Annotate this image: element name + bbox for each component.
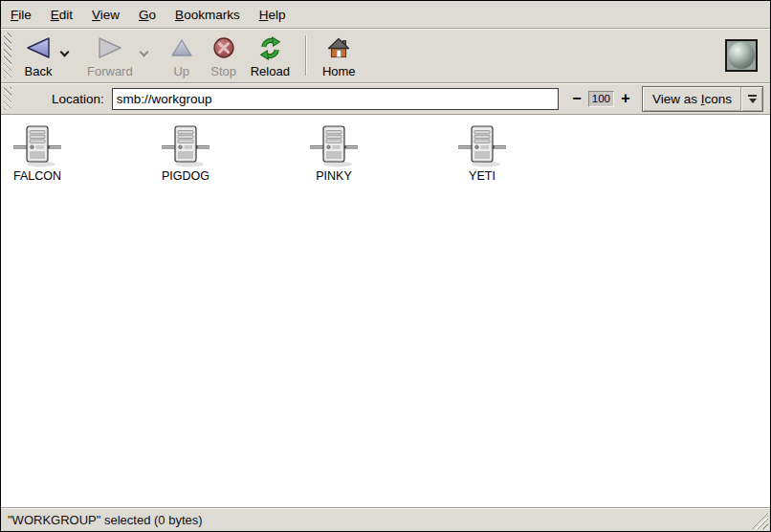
server-icon: [305, 124, 363, 168]
server-icon: [9, 124, 66, 168]
icon-view: FALCON PIGDOG: [1, 115, 770, 507]
file-manager-window: File Edit View Go Bookmarks Help Back: [0, 0, 771, 532]
zoom-in-button[interactable]: +: [619, 91, 632, 106]
forward-button: Forward: [81, 31, 139, 80]
server-item-yeti[interactable]: YETI: [453, 124, 511, 183]
view-dropdown-separator: [740, 87, 742, 111]
view-mode-dropdown[interactable]: View as Icons: [642, 86, 763, 112]
zoom-out-button[interactable]: −: [570, 91, 584, 106]
server-item-pinky[interactable]: PINKY: [305, 124, 363, 183]
location-label: Location:: [52, 92, 104, 106]
status-text: "WORKGROUP" selected (0 bytes): [8, 513, 203, 527]
server-label: FALCON: [9, 169, 66, 183]
menu-go[interactable]: Go: [129, 4, 165, 26]
window-resize-grip[interactable]: [751, 512, 768, 529]
menu-help[interactable]: Help: [250, 4, 296, 26]
location-input[interactable]: [112, 88, 559, 110]
home-icon: [327, 33, 350, 62]
menu-bar: File Edit View Go Bookmarks Help: [1, 1, 770, 29]
location-bar-grip-handle[interactable]: [4, 87, 11, 110]
location-bar: Location: − 100 + View as Icons: [1, 83, 770, 115]
stop-icon: [212, 33, 235, 62]
menu-edit[interactable]: Edit: [41, 4, 82, 26]
menu-bookmarks[interactable]: Bookmarks: [165, 4, 250, 26]
status-bar: "WORKGROUP" selected (0 bytes): [1, 507, 770, 531]
toolbar: Back Forward: [1, 29, 770, 83]
menu-file[interactable]: File: [1, 4, 41, 26]
forward-icon: [97, 33, 123, 62]
up-button: Up: [161, 31, 203, 80]
toolbar-separator: [305, 35, 307, 76]
reload-icon: [258, 33, 282, 62]
server-icon: [157, 124, 214, 168]
toolbar-grip-handle[interactable]: [4, 33, 11, 78]
server-label: PIGDOG: [157, 169, 214, 183]
back-history-chevron-icon[interactable]: [60, 48, 70, 57]
throbber-icon: [725, 39, 758, 72]
zoom-level-indicator: 100: [588, 91, 614, 107]
menu-view[interactable]: View: [82, 4, 129, 26]
forward-history-chevron-icon: [139, 48, 148, 57]
server-item-pigdog[interactable]: PIGDOG: [157, 124, 214, 183]
back-icon: [25, 33, 52, 62]
server-item-falcon[interactable]: FALCON: [9, 124, 66, 183]
up-icon: [170, 33, 193, 62]
server-label: YETI: [453, 169, 511, 183]
reload-button[interactable]: Reload: [245, 31, 296, 80]
server-icon: [453, 124, 511, 168]
throbber-sphere: [728, 42, 755, 69]
back-button[interactable]: Back: [17, 31, 59, 80]
home-button[interactable]: Home: [317, 31, 362, 80]
stop-button: Stop: [203, 31, 245, 80]
dropdown-arrow-icon: [748, 95, 757, 103]
view-mode-label: View as Icons: [652, 92, 732, 106]
server-label: PINKY: [305, 169, 363, 183]
